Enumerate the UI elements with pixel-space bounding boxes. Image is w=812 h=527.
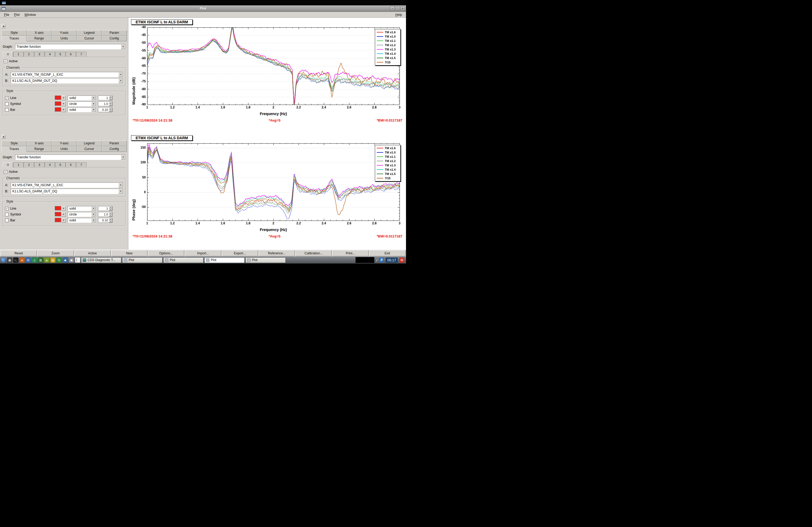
chart-icon[interactable]: ▲	[44, 257, 49, 263]
channel-b-select[interactable]: K1:LSC-ALS_DARM_OUT_DQ ▼	[11, 78, 123, 84]
chevron-down-icon[interactable]: ▼	[121, 44, 126, 49]
notes-icon[interactable]: ▏	[75, 257, 80, 263]
tab-x-axis[interactable]: X-axis	[27, 30, 52, 36]
symbol-size-spinbox[interactable]: 1.0▲▼	[98, 212, 113, 217]
line-style-select[interactable]: solid▼	[68, 206, 96, 211]
spin-down-icon[interactable]: ▼	[109, 98, 112, 100]
print-button[interactable]: Print...	[332, 250, 368, 256]
pager-icon[interactable]: ▦	[7, 257, 12, 263]
options-button[interactable]: Options...	[148, 250, 184, 256]
symbol-style-select[interactable]: circle▼	[68, 212, 96, 217]
trace-tab-2[interactable]: 2	[24, 52, 34, 57]
tab-param[interactable]: Param	[102, 140, 127, 146]
chevron-down-icon[interactable]: ▼	[61, 107, 66, 112]
trace-tab-6[interactable]: 6	[66, 162, 76, 167]
tab-x-axis[interactable]: X-axis	[27, 140, 52, 146]
tab-units[interactable]: Units	[52, 36, 76, 41]
line-width-spinbox[interactable]: 1▲▼	[98, 95, 113, 100]
channel-b-select[interactable]: K1:LSC-ALS_DARM_OUT_DQ ▼	[11, 189, 123, 194]
chevron-down-icon[interactable]: ▼	[61, 206, 66, 211]
maximize-button[interactable]: □	[395, 6, 400, 11]
spin-down-icon[interactable]: ▼	[109, 110, 112, 112]
spin-up-icon[interactable]: ▲	[109, 218, 112, 220]
tab-cursor[interactable]: Cursor	[77, 36, 102, 41]
tab-legend[interactable]: Legend	[77, 140, 102, 146]
channel-a-select[interactable]: K1:VIS-ETMX_TM_ISCINF_L_EXC ▼	[11, 182, 123, 188]
taskbar-window-plot-3[interactable]: Plot	[204, 257, 245, 263]
bar-checkbox[interactable]	[5, 108, 9, 111]
editor-icon[interactable]: ✎	[56, 257, 62, 263]
trace-tab-4[interactable]: 4	[45, 52, 55, 57]
trace-tab-5[interactable]: 5	[55, 162, 66, 167]
tab-y-axis[interactable]: Y-axis	[52, 140, 76, 146]
trace-tab-4[interactable]: 4	[45, 162, 55, 167]
trace-tab-3[interactable]: 3	[34, 52, 45, 57]
volume-icon[interactable]: ♪	[376, 258, 378, 262]
graph-select[interactable]: Transfer function ▼	[15, 154, 126, 160]
bar-checkbox[interactable]	[5, 219, 9, 222]
menu-file[interactable]: File	[2, 12, 12, 17]
tab-param[interactable]: Param	[102, 30, 127, 36]
tab-y-axis[interactable]: Y-axis	[52, 30, 76, 36]
line-color-select[interactable]: ▼	[55, 95, 66, 100]
reference-button[interactable]: Reference...	[259, 250, 295, 256]
chevron-down-icon[interactable]: ▼	[61, 102, 66, 106]
window-list-icon[interactable]: ▣	[69, 257, 74, 263]
active-checkbox[interactable]	[4, 60, 7, 63]
phase-chart-canvas[interactable]	[130, 142, 403, 227]
trace-tab-5[interactable]: 5	[55, 52, 66, 57]
reset-button[interactable]: Reset	[1, 250, 37, 256]
line-style-select[interactable]: solid▼	[68, 95, 96, 100]
spin-up-icon[interactable]: ▲	[109, 212, 112, 214]
trace-tab-3[interactable]: 3	[34, 162, 45, 167]
spin-down-icon[interactable]: ▼	[109, 220, 112, 223]
spin-up-icon[interactable]: ▲	[109, 206, 112, 209]
chevron-down-icon[interactable]: ▼	[61, 95, 66, 100]
menu-help[interactable]: Help	[393, 12, 404, 17]
chevron-down-icon[interactable]: ▼	[118, 72, 123, 77]
line-checkbox[interactable]	[5, 96, 9, 100]
trace-tab-7[interactable]: 7	[76, 52, 86, 57]
trace-tab-0[interactable]: 0	[3, 52, 13, 57]
clock[interactable]: 05:17	[386, 258, 398, 263]
trace-tab-2[interactable]: 2	[24, 162, 34, 167]
zoom-button[interactable]: Zoom	[37, 250, 74, 256]
chevron-down-icon[interactable]: ▼	[118, 189, 123, 194]
trace-tab-0[interactable]: 0	[3, 162, 13, 167]
trace-tab-6[interactable]: 6	[66, 52, 76, 57]
minimize-button[interactable]: –	[390, 6, 395, 11]
menu-window[interactable]: Window	[22, 12, 39, 17]
power-button[interactable]	[399, 258, 404, 263]
spin-up-icon[interactable]: ▲	[109, 102, 112, 104]
start-menu-icon[interactable]	[1, 257, 6, 263]
tab-range[interactable]: Range	[27, 146, 52, 152]
trace-tab-1[interactable]: 1	[13, 52, 24, 57]
mail-icon[interactable]: ✉	[26, 257, 31, 263]
tab-cursor[interactable]: Cursor	[77, 146, 102, 152]
clipboard-manager-icon[interactable]: P	[379, 258, 384, 262]
bar-color-select[interactable]: ▼	[55, 107, 66, 112]
chevron-down-icon[interactable]: ▼	[91, 102, 96, 106]
spin-down-icon[interactable]: ▼	[109, 214, 112, 216]
spin-down-icon[interactable]: ▼	[109, 209, 112, 211]
trace-tab-1[interactable]: 1	[13, 162, 24, 167]
symbol-style-select[interactable]: circle▼	[68, 102, 96, 106]
magnitude-chart-canvas[interactable]	[130, 26, 403, 111]
graph-select[interactable]: Transfer function ▼	[15, 44, 126, 49]
taskbar-window-plot-4[interactable]: Plot	[245, 257, 286, 263]
media-icon[interactable]: ♫	[32, 257, 37, 263]
bar-width-spinbox[interactable]: 0.10▲▼	[98, 218, 113, 223]
spin-up-icon[interactable]: ▲	[109, 96, 112, 98]
chevron-down-icon[interactable]: ▼	[61, 218, 66, 223]
chevron-down-icon[interactable]: ▼	[91, 206, 96, 211]
chevron-down-icon[interactable]: ▼	[118, 78, 123, 83]
exit-button[interactable]: Exit	[369, 250, 405, 256]
export-button[interactable]: Export...	[222, 250, 258, 256]
bar-width-spinbox[interactable]: 0.10▲▼	[98, 107, 113, 112]
settings-icon[interactable]: ◆	[62, 257, 68, 263]
import-button[interactable]: Import...	[185, 250, 221, 256]
tab-range[interactable]: Range	[27, 36, 52, 41]
collapse-panel-button[interactable]: ◀	[1, 24, 5, 28]
chevron-down-icon[interactable]: ▼	[61, 212, 66, 217]
files-icon[interactable]: ▤	[50, 257, 56, 263]
